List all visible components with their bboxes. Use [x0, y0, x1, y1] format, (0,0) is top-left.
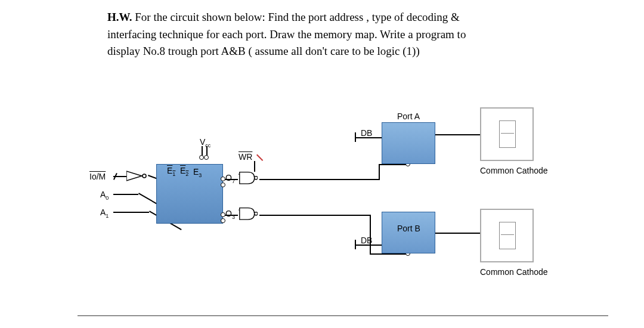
- caption-a: Common Cathode: [480, 166, 548, 175]
- decoder-block: [156, 164, 223, 224]
- divider-line: [78, 315, 608, 316]
- wire: [355, 240, 356, 249]
- latch-bottom: [239, 206, 258, 222]
- wire: [435, 134, 480, 135]
- seven-seg-icon: [499, 222, 516, 249]
- not-gate: [126, 170, 150, 182]
- label-e1: E1: [167, 166, 175, 177]
- label-wr: WR: [239, 152, 252, 162]
- circuit-diagram: Io/M A0 A1 Vcc E1 E2 E3: [0, 95, 644, 310]
- label-porta: Port A: [397, 112, 420, 121]
- label-db-b: DB: [361, 236, 372, 245]
- problem-line3: display No.8 trough port A&B ( assume al…: [107, 45, 420, 57]
- bubble: [204, 155, 209, 160]
- label-e2: E2: [180, 166, 188, 177]
- port-a-block: [382, 122, 435, 164]
- label-iom: Io/M: [89, 172, 106, 181]
- label-a1: A1: [100, 208, 109, 219]
- problem-statement: H.W. For the circuit shown below: Find t…: [0, 0, 644, 60]
- svg-marker-0: [126, 171, 142, 181]
- label-db-a: DB: [361, 128, 372, 138]
- hw-label: H.W.: [107, 11, 132, 23]
- wire: [113, 212, 149, 213]
- display-a: [480, 107, 534, 161]
- display-b: [480, 209, 534, 262]
- seven-seg-icon: [499, 120, 516, 148]
- wire: [435, 233, 480, 234]
- wire: [379, 164, 380, 180]
- wire: [113, 194, 138, 195]
- wire: [370, 215, 371, 253]
- svg-point-2: [255, 177, 258, 180]
- problem-line1: For the circuit shown below: Find the po…: [135, 11, 460, 23]
- wire: [259, 215, 370, 216]
- wire: [355, 245, 382, 246]
- svg-point-1: [143, 174, 146, 178]
- wire: [379, 164, 408, 165]
- bubble: [199, 155, 204, 160]
- wire: [355, 132, 356, 142]
- wire-tick-red: [256, 154, 263, 161]
- bubble: [221, 182, 225, 187]
- wire: [355, 137, 382, 138]
- latch-top: [239, 170, 258, 187]
- label-e3: E3: [193, 167, 202, 178]
- caption-b: Common Cathode: [480, 267, 548, 277]
- wire: [224, 179, 238, 180]
- wire: [224, 215, 238, 216]
- wire: [259, 179, 379, 180]
- bubble: [221, 218, 225, 223]
- problem-line2: interfacing technique for each port. Dra…: [107, 28, 466, 41]
- label-portb: Port B: [397, 224, 420, 233]
- svg-point-5: [255, 212, 258, 215]
- bubble: [221, 212, 225, 217]
- label-a0: A0: [100, 190, 109, 201]
- bubble: [221, 177, 225, 181]
- wire: [370, 253, 408, 255]
- problem-text: H.W. For the circuit shown below: Find t…: [107, 9, 608, 60]
